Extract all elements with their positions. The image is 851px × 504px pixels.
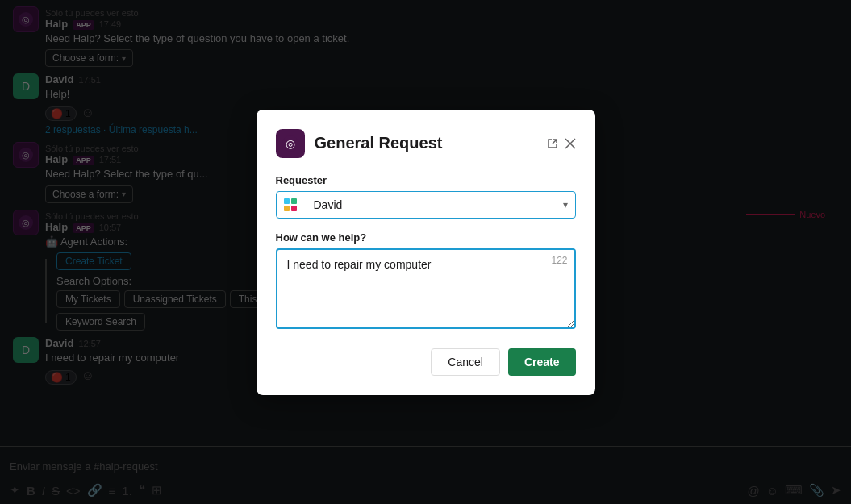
requester-select[interactable]: David (276, 191, 576, 219)
chat-background: ◎ Sólo tú puedes ver esto Halp APP 17:49… (0, 0, 851, 504)
create-button[interactable]: Create (508, 348, 576, 376)
modal-header: ◎ General Request (276, 129, 576, 158)
requester-value: David (306, 198, 343, 211)
cancel-button[interactable]: Cancel (431, 348, 500, 376)
close-modal-button[interactable] (565, 138, 576, 149)
char-count: 122 (551, 255, 567, 266)
requester-label: Requester (276, 174, 576, 186)
modal-footer: Cancel Create (276, 348, 576, 376)
help-textarea[interactable]: I need to repair my computer (276, 248, 576, 329)
how-help-label: How can we help? (276, 231, 576, 244)
slack-logo-icon (284, 198, 297, 211)
modal-actions (547, 138, 576, 149)
svg-text:◎: ◎ (286, 137, 295, 150)
help-textarea-wrapper: I need to repair my computer 122 (276, 248, 576, 332)
modal-title: General Request (315, 134, 537, 152)
external-link-button[interactable] (547, 138, 558, 149)
modal-logo: ◎ (276, 129, 305, 158)
modal-overlay: ◎ General Request (0, 0, 851, 504)
general-request-modal: ◎ General Request (257, 110, 595, 395)
chevron-down-icon: ▾ (563, 199, 568, 210)
requester-select-wrapper: David ▾ (276, 191, 576, 219)
